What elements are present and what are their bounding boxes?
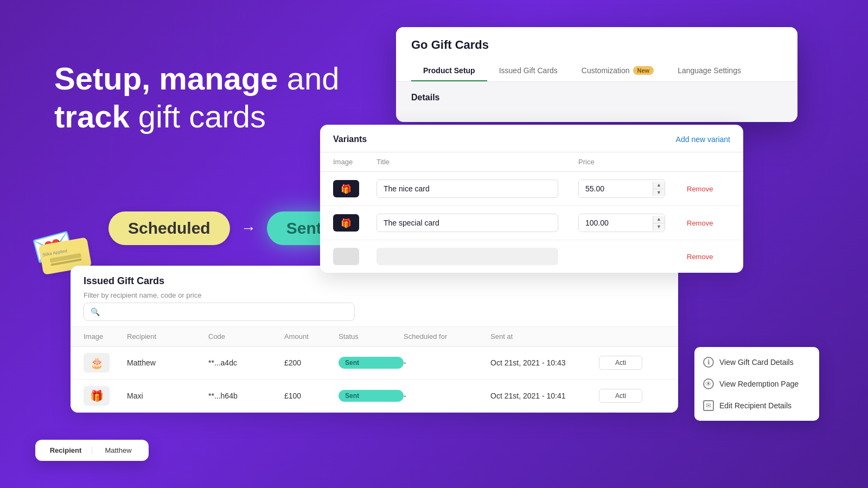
variant-price-wrap-2: ▲ ▼ bbox=[578, 214, 665, 232]
issued-header: Issued Gift Cards Filter by recipient na… bbox=[71, 266, 678, 327]
badge-area: Scheduled → Sent bbox=[108, 211, 341, 245]
hero-plain-2: gift cards bbox=[138, 99, 266, 134]
variant-price-wrap-1: ▲ ▼ bbox=[578, 179, 665, 198]
context-menu-item-details[interactable]: ℹ View Gift Card Details bbox=[694, 351, 819, 373]
amount-2: £100 bbox=[284, 391, 339, 400]
remove-variant-3[interactable]: Remove bbox=[687, 253, 730, 261]
new-badge: New bbox=[633, 66, 654, 75]
app-body: Details bbox=[396, 82, 797, 122]
price-steppers-2: ▲ ▼ bbox=[653, 216, 665, 230]
hero-bold-1: Setup, manage bbox=[54, 61, 278, 96]
variant-ghost-img bbox=[333, 248, 359, 265]
recipient-card: Recipient Matthew bbox=[35, 440, 149, 461]
context-menu-label-details: View Gift Card Details bbox=[719, 358, 794, 367]
amount-1: £200 bbox=[284, 358, 339, 367]
search-icon: 🔍 bbox=[91, 307, 100, 316]
recipient-image-matthew: 🎂 bbox=[84, 353, 110, 373]
price-up-2[interactable]: ▲ bbox=[653, 216, 665, 223]
variant-image-2: 🎁 bbox=[333, 214, 359, 232]
hero-bold-2: track bbox=[54, 99, 130, 134]
details-section-title: Details bbox=[411, 93, 782, 102]
code-2: **...h64b bbox=[208, 391, 284, 400]
app-title: Go Gift Cards bbox=[411, 38, 782, 52]
variant-row: 🎁 ▲ ▼ Remove bbox=[320, 172, 743, 206]
info-icon: ℹ bbox=[703, 357, 714, 368]
recipient-image-maxi: 🎁 bbox=[84, 386, 110, 406]
tab-issued-gift-cards[interactable]: Issued Gift Cards bbox=[487, 61, 570, 81]
context-menu-label-redemption: View Redemption Page bbox=[719, 380, 799, 388]
context-menu-item-redemption[interactable]: 👁 View Redemption Page bbox=[694, 373, 819, 395]
sent-at-1: Oct 21st, 2021 - 10:43 bbox=[490, 358, 599, 367]
eye-icon: 👁 bbox=[703, 378, 714, 389]
hero-text: Setup, manage and track gift cards bbox=[54, 60, 339, 135]
issued-table-header: Image Recipient Code Amount Status Sched… bbox=[71, 327, 678, 346]
status-badge-2: Sent bbox=[339, 390, 404, 402]
variants-header: Variants Add new variant bbox=[320, 125, 743, 152]
price-down-2[interactable]: ▼ bbox=[653, 223, 665, 230]
app-window: Go Gift Cards Product Setup Issued Gift … bbox=[396, 27, 797, 122]
price-up-1[interactable]: ▲ bbox=[653, 182, 665, 189]
variants-title: Variants bbox=[333, 134, 367, 144]
recipient-col-label: Recipient bbox=[44, 446, 87, 454]
variant-title-input-1[interactable] bbox=[376, 179, 558, 198]
issued-search-wrap: 🔍 bbox=[84, 303, 355, 321]
recipient-value: Matthew bbox=[105, 446, 131, 454]
action-btn-1[interactable]: Acti bbox=[599, 356, 642, 370]
scheduled-badge: Scheduled bbox=[108, 211, 230, 245]
scheduled-for-1: - bbox=[404, 358, 490, 367]
app-tabs: Product Setup Issued Gift Cards Customiz… bbox=[411, 61, 782, 81]
context-menu-item-edit[interactable]: ✉ Edit Recipient Details bbox=[694, 395, 819, 416]
variant-row-2: 🎁 ▲ ▼ Remove bbox=[320, 206, 743, 240]
app-header: Go Gift Cards Product Setup Issued Gift … bbox=[396, 27, 797, 82]
table-row: 🎁 Maxi **...h64b £100 Sent - Oct 21st, 2… bbox=[71, 380, 678, 413]
add-variant-link[interactable]: Add new variant bbox=[676, 135, 730, 144]
tab-product-setup[interactable]: Product Setup bbox=[411, 61, 487, 81]
hero-plain-1: and bbox=[287, 61, 340, 96]
table-row: 🎂 Matthew **...a4dc £200 Sent - Oct 21st… bbox=[71, 346, 678, 380]
remove-variant-2[interactable]: Remove bbox=[687, 219, 730, 227]
scheduled-for-2: - bbox=[404, 391, 490, 400]
price-down-1[interactable]: ▼ bbox=[653, 189, 665, 196]
variant-ghost-title bbox=[376, 248, 558, 265]
search-input[interactable] bbox=[104, 307, 348, 316]
recipient-name-1: Matthew bbox=[127, 358, 208, 367]
variants-col-header: Image Title Price bbox=[320, 152, 743, 172]
action-btn-2[interactable]: Acti bbox=[599, 389, 642, 403]
tab-language-settings[interactable]: Language Settings bbox=[666, 61, 753, 81]
code-1: **...a4dc bbox=[208, 358, 284, 367]
variant-image-1: 🎁 bbox=[333, 180, 359, 197]
recipient-name-2: Maxi bbox=[127, 391, 208, 400]
recipient-label: Recipient bbox=[50, 446, 82, 454]
price-steppers-1: ▲ ▼ bbox=[653, 182, 665, 196]
context-menu-label-edit: Edit Recipient Details bbox=[719, 401, 792, 410]
recipient-col-value: Matthew bbox=[97, 446, 140, 454]
variants-panel: Variants Add new variant Image Title Pri… bbox=[320, 125, 743, 273]
variant-row-ghost: Remove bbox=[320, 240, 743, 273]
status-badge-1: Sent bbox=[339, 357, 404, 369]
variant-price-input-1[interactable] bbox=[579, 180, 653, 197]
variant-title-input-2[interactable] bbox=[376, 214, 558, 232]
issued-panel: Issued Gift Cards Filter by recipient na… bbox=[71, 266, 678, 413]
issued-filter-label: Filter by recipient name, code or price bbox=[84, 291, 665, 299]
gift-card-icon: 💌 Stika Applied bbox=[28, 223, 78, 271]
sent-at-2: Oct 21st, 2021 - 10:41 bbox=[490, 391, 599, 400]
issued-title: Issued Gift Cards bbox=[84, 275, 665, 287]
arrow-icon: → bbox=[241, 220, 256, 237]
context-menu: ℹ View Gift Card Details 👁 View Redempti… bbox=[694, 347, 819, 421]
tab-customization[interactable]: Customization New bbox=[570, 61, 666, 81]
mail-icon: ✉ bbox=[703, 400, 714, 411]
variant-price-input-2[interactable] bbox=[579, 214, 653, 232]
remove-variant-1[interactable]: Remove bbox=[687, 185, 730, 193]
recipient-divider bbox=[92, 446, 92, 454]
